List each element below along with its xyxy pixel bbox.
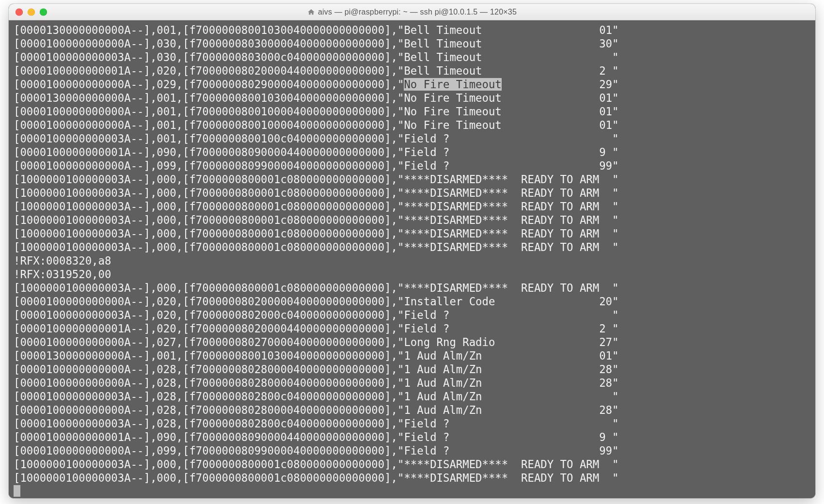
terminal-window: aivs — pi@raspberrypi: ~ — ssh pi@10.0.1… — [9, 4, 815, 498]
terminal-line: [0000100000000000A--],030,[f700000080300… — [14, 37, 810, 50]
terminal-line: [0000100000000000A--],099,[f700000080990… — [14, 159, 810, 173]
terminal-line: [1000000100000003A--],000,[f700000080000… — [14, 471, 810, 485]
terminal-line: [0000130000000000A--],001,[f700000080010… — [14, 349, 810, 362]
terminal-line: [0000100000000003A--],001,[f700000080010… — [14, 132, 810, 145]
terminal-line: [0000100000000000A--],001,[f700000080010… — [14, 105, 810, 118]
window-title-wrap: aivs — pi@raspberrypi: ~ — ssh pi@10.0.1… — [307, 8, 517, 16]
terminal-line: [0000100000000001A--],020,[f700000080200… — [14, 322, 810, 335]
terminal-line: !RFX:0008320,a8 — [14, 254, 810, 268]
terminal-line: [0000100000000000A--],028,[f700000080280… — [14, 376, 810, 390]
terminal-line: [0000130000000000A--],001,[f700000080010… — [14, 91, 810, 105]
terminal-line: [0000100000000000A--],028,[f700000080280… — [14, 362, 810, 376]
highlighted-text: No Fire Timeout — [404, 78, 501, 91]
terminal-line: [0000100000000000A--],028,[f700000080280… — [14, 403, 810, 417]
window-controls — [16, 8, 47, 16]
terminal-line: [0000100000000003A--],020,[f700000080200… — [14, 308, 810, 322]
terminal-line: [0000100000000001A--],090,[f700000080900… — [14, 145, 810, 159]
terminal-line: [1000000100000003A--],000,[f700000080000… — [14, 200, 810, 213]
terminal-line: [0000100000000000A--],029,[f700000080290… — [14, 78, 810, 91]
terminal-line: [1000000100000003A--],000,[f700000080000… — [14, 281, 810, 295]
window-titlebar[interactable]: aivs — pi@raspberrypi: ~ — ssh pi@10.0.1… — [9, 4, 815, 20]
terminal-line: [0000100000000003A--],030,[f700000080300… — [14, 50, 810, 64]
terminal-line: [1000000100000003A--],000,[f700000080000… — [14, 213, 810, 227]
terminal-line: [1000000100000003A--],000,[f700000080000… — [14, 173, 810, 186]
close-icon[interactable] — [16, 8, 23, 16]
terminal-line: [0000100000000000A--],027,[f700000080270… — [14, 335, 810, 349]
terminal-line: [0000100000000000A--],099,[f700000080990… — [14, 444, 810, 457]
terminal-line: [1000000100000003A--],000,[f700000080000… — [14, 457, 810, 471]
cursor-icon — [14, 485, 20, 497]
terminal-line: [0000100000000001A--],090,[f700000080900… — [14, 430, 810, 444]
terminal-line: [0000100000000000A--],001,[f700000080010… — [14, 118, 810, 132]
zoom-icon[interactable] — [40, 8, 47, 16]
terminal-line: [1000000100000003A--],000,[f700000080000… — [14, 240, 810, 254]
terminal-line: !RFX:0319520,00 — [14, 268, 810, 281]
window-title: aivs — pi@raspberrypi: ~ — ssh pi@10.0.1… — [318, 8, 517, 16]
terminal-line: [0000130000000000A--],001,[f700000080010… — [14, 23, 810, 37]
terminal-line: [0000100000000003A--],028,[f700000080280… — [14, 417, 810, 430]
minimize-icon[interactable] — [28, 8, 35, 16]
terminal-line: [0000100000000003A--],028,[f700000080280… — [14, 390, 810, 403]
terminal-line: [1000000100000003A--],000,[f700000080000… — [14, 186, 810, 200]
terminal-line: [1000000100000003A--],000,[f700000080000… — [14, 227, 810, 240]
terminal-output[interactable]: [0000130000000000A--],001,[f700000080010… — [9, 20, 815, 498]
terminal-line: [0000100000000000A--],020,[f700000080200… — [14, 295, 810, 308]
terminal-cursor-line — [14, 485, 810, 498]
terminal-line: [0000100000000001A--],020,[f700000080200… — [14, 64, 810, 78]
home-icon — [307, 8, 315, 16]
